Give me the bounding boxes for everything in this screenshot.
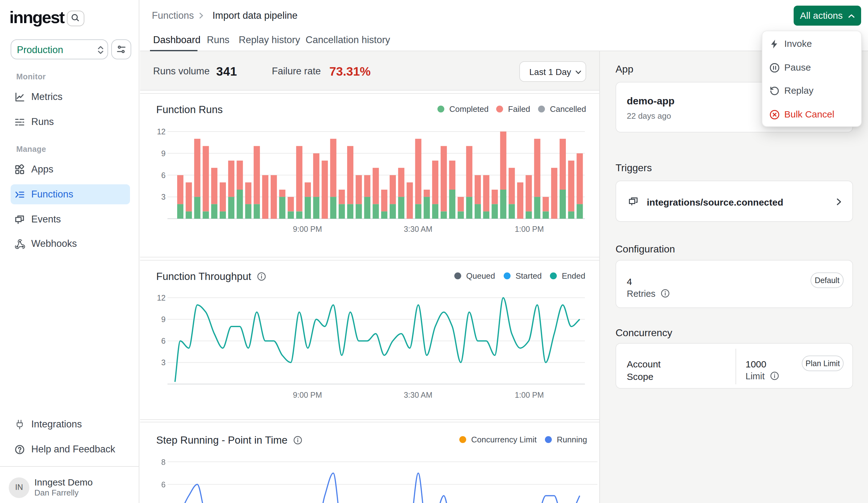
svg-text:6: 6 bbox=[161, 337, 166, 345]
svg-text:9: 9 bbox=[161, 315, 166, 324]
svg-text:9:00 PM: 9:00 PM bbox=[293, 391, 322, 399]
svg-text:6: 6 bbox=[161, 480, 166, 489]
svg-text:12: 12 bbox=[157, 127, 166, 136]
svg-text:3: 3 bbox=[161, 358, 166, 367]
svg-text:1:00 PM: 1:00 PM bbox=[515, 225, 544, 233]
svg-text:1:00 PM: 1:00 PM bbox=[515, 391, 544, 399]
svg-text:9:00 PM: 9:00 PM bbox=[293, 225, 322, 233]
svg-text:12: 12 bbox=[157, 294, 166, 302]
svg-text:3:30 AM: 3:30 AM bbox=[404, 225, 432, 233]
svg-text:8: 8 bbox=[161, 458, 166, 466]
svg-text:3:30 AM: 3:30 AM bbox=[404, 391, 432, 399]
svg-text:3: 3 bbox=[161, 193, 166, 201]
svg-text:9: 9 bbox=[161, 149, 166, 158]
svg-text:6: 6 bbox=[161, 171, 166, 179]
